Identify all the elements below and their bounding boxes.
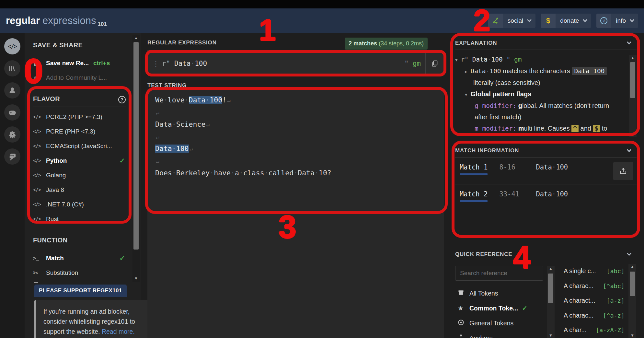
token-item[interactable]: A charac...[^a-z] <box>564 308 625 323</box>
navbar-menu-social[interactable]: social <box>488 14 536 28</box>
flavor-item-python[interactable]: </>Python✓ <box>33 153 126 168</box>
flavor-item--net-7-0-c-[interactable]: </>.NET 7.0 (C#) <box>33 197 126 212</box>
rail-user-button[interactable] <box>4 82 20 99</box>
scroll-down-arrow[interactable]: ▼ <box>132 276 140 281</box>
match-label[interactable]: Match 2 <box>460 190 488 202</box>
match-value: Data·100 <box>536 163 568 171</box>
test-string-line: Data·Science↵ <box>155 120 436 133</box>
divider <box>529 162 529 177</box>
regex-flags[interactable]: gm <box>413 60 421 67</box>
regex-delimiter-close: " <box>404 60 412 67</box>
category-common-toke-[interactable]: ★Common Toke...✓ <box>455 301 543 316</box>
read-more-link[interactable]: Read more. <box>102 328 135 335</box>
info-icon: i <box>596 14 611 28</box>
test-string-line: ↵ <box>155 108 436 121</box>
code-icon: </> <box>33 114 46 120</box>
scrollbar-thumb[interactable] <box>630 62 635 98</box>
test-string-line: We·love·Data·100!↵ <box>155 96 436 108</box>
scroll-up-arrow[interactable]: ▲ <box>547 266 555 271</box>
space-dot: · <box>185 96 189 104</box>
navbar-menu-info[interactable]: iinfo <box>596 14 638 28</box>
scroll-down-arrow[interactable]: ▼ <box>547 333 555 338</box>
match-row[interactable]: Match 18-16Data·100 <box>455 157 637 181</box>
site-logo[interactable]: regular expressions 101 <box>6 15 107 27</box>
code-icon: </> <box>33 143 46 149</box>
rail-code-button[interactable]: </> <box>4 38 20 54</box>
scrollbar-thumb[interactable] <box>630 272 635 296</box>
token-item[interactable]: A charact...[a-z] <box>564 293 625 308</box>
newline-icon: ↵ <box>156 158 159 165</box>
flavor-item-java-8[interactable]: </>Java 8 <box>33 182 126 197</box>
scroll-up-arrow[interactable]: ▲ <box>628 264 636 269</box>
token-item[interactable]: A single c...[abc] <box>564 264 625 279</box>
code-icon: </> <box>33 202 46 207</box>
triangle-down-icon[interactable]: ▾ <box>455 57 458 63</box>
token-item[interactable]: A char...[a-zA-Z] <box>564 323 625 338</box>
copy-regex-button[interactable] <box>425 52 443 75</box>
scroll-up-arrow[interactable]: ▲ <box>132 36 140 40</box>
explanation-segment: ulti line. Causes <box>524 125 572 132</box>
flavor-item-pcre2-php-7-3-[interactable]: </>PCRE2 (PHP >=7.3) <box>33 110 126 124</box>
space-dot: · <box>264 169 269 177</box>
support-notice: PLEASE SUPPORT REGEX101 If you're runnin… <box>34 285 141 338</box>
save-share-header: SAVE & SHARE <box>33 33 126 53</box>
flavor-item-rust[interactable]: </>Rust <box>33 212 126 226</box>
export-matches-button[interactable] <box>613 162 633 180</box>
rail-library-button[interactable] <box>4 60 20 76</box>
token-code: [a-z] <box>606 297 625 304</box>
scrollbar-thumb[interactable] <box>548 274 553 303</box>
scroll-up-arrow[interactable]: ▲ <box>629 56 637 60</box>
search-reference-input[interactable] <box>455 266 543 281</box>
match-label[interactable]: Match 1 <box>460 163 488 175</box>
circle-dot-icon <box>455 319 469 327</box>
rail-chat-button[interactable] <box>4 148 20 165</box>
scroll-down-arrow[interactable]: ▼ <box>629 132 637 136</box>
category-anchors[interactable]: Anchors <box>455 331 543 338</box>
explanation-segment: m <box>518 125 524 132</box>
triangle-right-icon[interactable]: ▸ <box>465 69 467 74</box>
navbar-menus: social$donateiinfo <box>488 14 638 28</box>
token-code: [^a-z] <box>603 312 625 319</box>
triangle-down-icon[interactable]: ▾ <box>465 92 467 97</box>
test-string-line: Does·Berkeley·have·a·class·called·Data·1… <box>155 169 436 181</box>
rail-settings-gear-button[interactable] <box>4 126 20 143</box>
chevron-down-icon[interactable] <box>627 251 631 256</box>
function-item-substitution[interactable]: ✂Substitution <box>33 265 126 280</box>
check-icon: ✓ <box>522 304 527 312</box>
match-row[interactable]: Match 233-41Data·100 <box>455 184 637 208</box>
token-scrollbar[interactable]: ▲ ▼ <box>628 264 636 338</box>
save-new-regex-button[interactable]: Save new Re... ctrl+s <box>33 56 126 70</box>
chevron-down-icon[interactable] <box>627 147 631 152</box>
category-all-tokens[interactable]: All Tokens <box>455 286 543 301</box>
function-item-match[interactable]: >_Match✓ <box>33 251 126 265</box>
space-dot: · <box>486 67 490 75</box>
explanation-header[interactable]: EXPLANATION <box>455 36 637 50</box>
token-item[interactable]: A charac...[^abc] <box>564 279 625 294</box>
category-general-tokens[interactable]: General Tokens <box>455 316 543 331</box>
match-info-header[interactable]: MATCH INFORMATION <box>455 144 637 157</box>
navbar-menu-donate[interactable]: $donate <box>541 14 591 28</box>
test-string-editor[interactable]: We·love·Data·100!↵↵Data·Science↵↵Data·10… <box>147 89 444 338</box>
flavor-item-pcre-php-7-3-[interactable]: </>PCRE (PHP <7.3) <box>33 124 126 139</box>
explanation-scrollbar[interactable]: ▲ ▼ <box>629 55 637 137</box>
flavor-item-ecmascript-javascri-[interactable]: </>ECMAScript (JavaScri... <box>33 139 126 153</box>
rail-gamepad-button[interactable] <box>4 104 20 121</box>
menu-label: social <box>503 17 527 24</box>
sidebar-scrollbar[interactable]: ▲ ▼ <box>132 35 140 282</box>
text-segment: We·love· <box>155 96 189 104</box>
scrollbar-thumb[interactable] <box>133 42 139 250</box>
quick-reference-header[interactable]: QUICK REFERENCE <box>455 248 637 261</box>
flavor-item-golang[interactable]: </>Golang <box>33 168 126 182</box>
flavor-help-icon[interactable]: ? <box>118 96 126 103</box>
chevron-down-icon[interactable] <box>627 40 631 44</box>
regex-input[interactable]: ⋮ r" Data·100 " gm <box>147 52 444 75</box>
explanation-segment: r" <box>461 56 472 63</box>
explanation-segment: " <box>503 56 514 63</box>
text-segment: ! <box>222 96 226 104</box>
scroll-down-arrow[interactable]: ▼ <box>628 333 636 338</box>
category-scrollbar[interactable]: ▲ ▼ <box>547 266 555 338</box>
drag-handle-icon[interactable]: ⋮ <box>148 60 162 68</box>
add-to-community-button[interactable]: Add to Community L... <box>33 70 126 85</box>
regex-pattern[interactable]: Data·100 <box>174 60 207 67</box>
regex101-app: regular expressions 101 social$donateiin… <box>0 0 644 338</box>
